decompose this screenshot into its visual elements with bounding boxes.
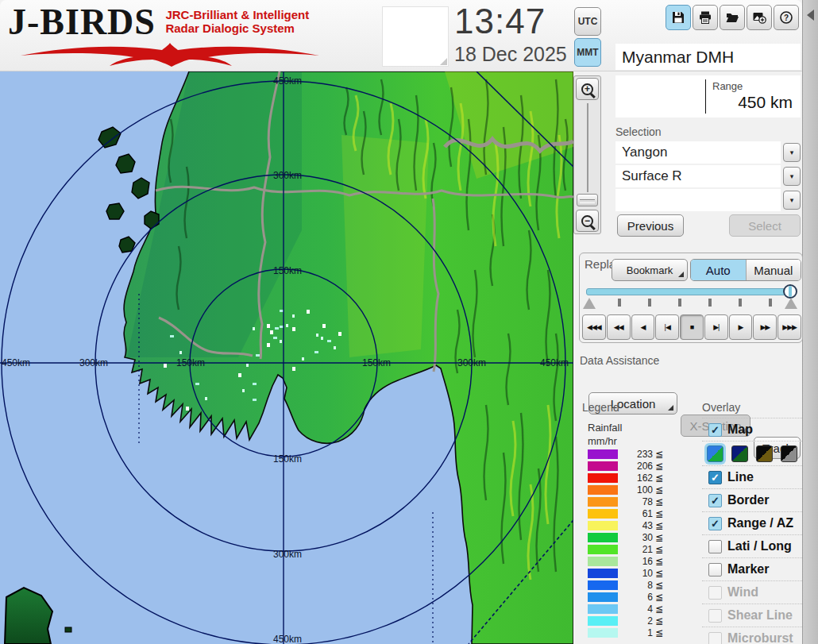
previous-button[interactable]: Previous xyxy=(617,214,684,237)
legend-color-swatch xyxy=(588,592,618,602)
legend-entry: 2≦ xyxy=(588,615,691,627)
save-button[interactable] xyxy=(666,5,691,30)
product-dropdown-value[interactable]: Surface R xyxy=(615,165,781,187)
zoom-slider-handle[interactable] xyxy=(577,194,598,206)
legend-value: 162 xyxy=(621,472,653,484)
overlay-item-label: Line xyxy=(727,470,754,484)
timezone-utc-button[interactable]: UTC xyxy=(574,7,601,36)
playback-step-forward[interactable]: ▶| xyxy=(704,314,728,340)
overlay-item-lati-long[interactable]: Lati / Long xyxy=(702,535,802,558)
app-logo: J-BIRDS JRC-Brilliant & Intelligent Rada… xyxy=(8,3,334,68)
legend-entry: 206≦ xyxy=(588,460,691,472)
checkbox[interactable]: ✓ xyxy=(708,494,722,507)
range-box: Range 450 km xyxy=(615,75,801,118)
lte-sign: ≦ xyxy=(655,508,663,519)
overlay-item-wind: Wind xyxy=(702,581,802,604)
selection-label: Selection xyxy=(615,125,662,138)
legend-value: 2 xyxy=(621,615,653,627)
map-style-black-gray[interactable] xyxy=(781,445,797,462)
legend-color-swatch xyxy=(588,449,618,459)
timeline-tick xyxy=(769,299,772,307)
zoom-out-button[interactable]: − xyxy=(576,210,599,232)
playback-rewind[interactable]: ◀◀ xyxy=(607,314,631,340)
lte-sign: ≦ xyxy=(655,461,663,472)
legend-entry: 16≦ xyxy=(588,555,691,567)
station-dropdown-value[interactable]: Yangon xyxy=(615,141,781,164)
timezone-mmt-button[interactable]: MMT xyxy=(574,38,601,67)
legend-label: Legend xyxy=(582,401,619,414)
legend-color-swatch xyxy=(588,628,618,638)
checkbox[interactable]: ✓ xyxy=(708,517,722,530)
timeline-end-marker[interactable] xyxy=(785,298,797,309)
lte-sign: ≦ xyxy=(655,532,663,543)
capture-image-button[interactable] xyxy=(747,5,772,30)
checkbox[interactable] xyxy=(708,563,722,577)
legend-value: 30 xyxy=(621,532,653,543)
map-style-black-olive[interactable] xyxy=(756,445,773,462)
legend-value: 206 xyxy=(621,461,653,472)
print-button[interactable] xyxy=(693,5,718,30)
overlay-item-marker[interactable]: Marker xyxy=(702,558,802,581)
legend-entry: 4≦ xyxy=(588,603,691,615)
playback-forward-fast[interactable]: ▶▶▶ xyxy=(777,314,801,340)
auto-button[interactable]: Auto xyxy=(691,260,746,280)
open-folder-icon xyxy=(725,10,739,25)
legend-value: 10 xyxy=(621,568,653,579)
overlay-item-range-az[interactable]: ✓Range / AZ xyxy=(702,512,802,535)
legend-entry: 8≦ xyxy=(588,579,691,591)
overlay-item-line[interactable]: ✓Line xyxy=(702,466,802,489)
range-label: Range xyxy=(712,80,743,92)
timeline-ticks xyxy=(586,299,786,308)
logo-tagline: JRC-Brilliant & Intelligent Radar Dialog… xyxy=(165,8,309,35)
chevron-down-icon[interactable]: ▾ xyxy=(783,191,801,210)
legend-entry: 162≦ xyxy=(588,472,691,484)
overlay-item-border[interactable]: ✓Border xyxy=(702,489,802,512)
lte-sign: ≦ xyxy=(655,580,663,591)
lte-sign: ≦ xyxy=(655,544,663,555)
overlay-item-map[interactable]: ✓Map xyxy=(702,418,802,442)
playback-step-back[interactable]: |◀ xyxy=(655,314,679,340)
checkbox[interactable] xyxy=(708,540,722,553)
playback-forward[interactable]: ▶▶ xyxy=(753,314,777,340)
help-button[interactable]: ? xyxy=(774,5,799,30)
chevron-down-icon[interactable]: ▾ xyxy=(783,167,801,186)
map-style-blue-green[interactable] xyxy=(707,445,723,462)
replay-timeline-handle[interactable] xyxy=(783,284,797,299)
overlay-list: ✓Map✓Line✓Border✓Range / AZLati / LongMa… xyxy=(702,418,802,644)
manual-button[interactable]: Manual xyxy=(746,260,801,280)
station-dropdown: Yangon ▾ xyxy=(615,141,801,164)
overlay-item-label: Marker xyxy=(727,562,769,577)
timeline-tick xyxy=(678,299,681,307)
legend-color-swatch xyxy=(588,604,618,614)
lte-sign: ≦ xyxy=(655,615,663,627)
legend-entry: 6≦ xyxy=(588,591,691,603)
legend-unit-line1: Rainfall xyxy=(588,422,622,434)
replay-timeline-track[interactable] xyxy=(586,288,786,295)
playback-stop[interactable]: ■ xyxy=(680,314,704,340)
print-icon xyxy=(698,10,712,25)
panel-collapse-strip[interactable] xyxy=(802,0,818,644)
playback-play-reverse[interactable]: ◀ xyxy=(631,314,655,340)
ring-label: 150km xyxy=(362,357,391,368)
radar-map[interactable]: 450km300km150km150km300km450km450km300km… xyxy=(0,71,573,644)
timeline-tick xyxy=(618,299,621,307)
auto-manual-toggle: Auto Manual xyxy=(690,259,801,281)
legend-color-swatch xyxy=(588,473,618,483)
option-dropdown: ▾ xyxy=(615,189,801,211)
playback-rewind-fast[interactable]: ◀◀◀ xyxy=(582,314,606,340)
legend-entry: 100≦ xyxy=(588,484,691,496)
lte-sign: ≦ xyxy=(655,472,663,484)
ring-label: 300km xyxy=(79,357,108,368)
playback-play[interactable]: ▶ xyxy=(729,314,753,340)
zoom-in-button[interactable]: + xyxy=(576,78,599,100)
open-folder-button[interactable] xyxy=(720,5,745,30)
bookmark-button[interactable]: Bookmark xyxy=(612,259,688,281)
timeline-tick xyxy=(648,299,651,307)
checkbox[interactable]: ✓ xyxy=(708,471,722,484)
ring-label: 150km xyxy=(273,453,302,465)
checkbox[interactable]: ✓ xyxy=(708,423,722,437)
option-dropdown-value[interactable] xyxy=(615,189,781,211)
overlay-item-label: Map xyxy=(727,422,753,437)
chevron-down-icon[interactable]: ▾ xyxy=(783,143,801,162)
map-style-navy-darkgreen[interactable] xyxy=(731,445,748,462)
